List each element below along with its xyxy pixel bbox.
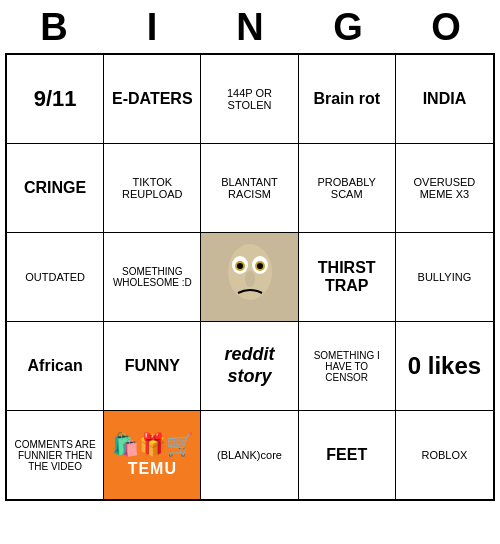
zero-likes-text: 0 likes: [408, 353, 481, 379]
svg-point-8: [245, 271, 255, 287]
cell-2-4: PROBABLY SCAM: [299, 144, 396, 232]
title-o: O: [408, 6, 484, 49]
cell-3-3: [201, 233, 298, 321]
cell-2-3: BLANTANT RACISM: [201, 144, 298, 232]
bingo-grid: 9/11 E-DATERS 144P OR STOLEN Brain rot I…: [5, 53, 495, 501]
bingo-row-2: CRINGE TIKTOK REUPLOAD BLANTANT RACISM P…: [7, 144, 493, 233]
cell-1-2: E-DATERS: [104, 55, 201, 143]
bingo-title: B I N G O: [5, 0, 495, 53]
title-g: G: [310, 6, 386, 49]
cell-3-4: THIRST TRAP: [299, 233, 396, 321]
cell-5-3: (BLANK)core: [201, 411, 298, 499]
cell-5-5: ROBLOX: [396, 411, 493, 499]
cell-1-4: Brain rot: [299, 55, 396, 143]
cell-4-3: reddit story: [201, 322, 298, 410]
cell-4-4: SOMETHING I HAVE TO CENSOR: [299, 322, 396, 410]
cell-5-2-temu: 🛍️🎁🛒 TEMU: [104, 411, 201, 499]
cell-2-1: CRINGE: [7, 144, 104, 232]
squidward-image: [201, 233, 297, 321]
cell-3-5: BULLYING: [396, 233, 493, 321]
cell-2-5: OVERUSED MEME X3: [396, 144, 493, 232]
temu-symbols: 🛍️🎁🛒: [112, 432, 193, 458]
cell-2-2: TIKTOK REUPLOAD: [104, 144, 201, 232]
bingo-row-1: 9/11 E-DATERS 144P OR STOLEN Brain rot I…: [7, 55, 493, 144]
svg-point-7: [257, 263, 263, 269]
cell-1-3: 144P OR STOLEN: [201, 55, 298, 143]
cell-5-1: COMMENTS ARE FUNNIER THEN THE VIDEO: [7, 411, 104, 499]
cell-4-2: FUNNY: [104, 322, 201, 410]
bingo-row-5: COMMENTS ARE FUNNIER THEN THE VIDEO 🛍️🎁🛒…: [7, 411, 493, 499]
cell-1-5: INDIA: [396, 55, 493, 143]
cell-1-1: 9/11: [7, 55, 104, 143]
cell-5-4: FEET: [299, 411, 396, 499]
title-n: N: [212, 6, 288, 49]
reddit-story-text: reddit story: [205, 344, 293, 387]
temu-icon-container: 🛍️🎁🛒 TEMU: [112, 432, 193, 478]
cell-3-1: OUTDATED: [7, 233, 104, 321]
cell-4-1: African: [7, 322, 104, 410]
bingo-row-3: OUTDATED SOMETHING WHOLESOME :D: [7, 233, 493, 322]
title-b: B: [16, 6, 92, 49]
cell-3-2: SOMETHING WHOLESOME :D: [104, 233, 201, 321]
title-i: I: [114, 6, 190, 49]
temu-label: TEMU: [128, 460, 177, 478]
bingo-row-4: African FUNNY reddit story SOMETHING I H…: [7, 322, 493, 411]
svg-point-6: [237, 263, 243, 269]
cell-4-5: 0 likes: [396, 322, 493, 410]
